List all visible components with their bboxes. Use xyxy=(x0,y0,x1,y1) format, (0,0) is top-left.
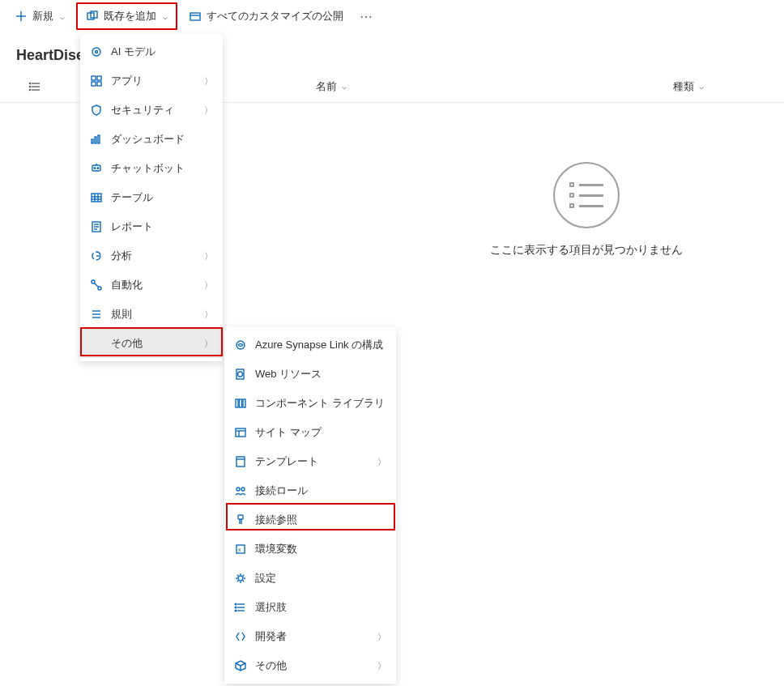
menu-item-app[interactable]: アプリ 〉 xyxy=(80,66,223,96)
menu-item-automation[interactable]: 自動化 〉 xyxy=(80,271,223,300)
submenu-item-env-var[interactable]: x 環境変数 xyxy=(224,535,396,564)
table-icon xyxy=(90,191,103,204)
chevron-down-icon: ⌵ xyxy=(60,12,65,21)
chevron-down-icon: ⌵ xyxy=(342,82,347,91)
svg-point-12 xyxy=(92,48,100,56)
svg-point-36 xyxy=(92,280,95,283)
list-icon xyxy=(28,80,41,93)
rule-icon xyxy=(90,308,103,321)
menu-item-label: サイト マップ xyxy=(255,425,322,440)
svg-point-63 xyxy=(235,603,236,605)
chevron-right-icon: 〉 xyxy=(377,660,386,672)
chevron-right-icon: 〉 xyxy=(204,338,213,350)
submenu-item-settings[interactable]: 設定 xyxy=(224,564,396,593)
empty-state-icon xyxy=(553,162,620,228)
add-existing-button[interactable]: 既存を追加 ⌵ xyxy=(76,2,177,30)
menu-item-label: AI モデル xyxy=(111,45,156,59)
column-header-name-label: 名前 xyxy=(316,79,337,94)
row-handle-col xyxy=(6,80,63,93)
publish-icon xyxy=(189,10,202,23)
menu-item-label: 開発者 xyxy=(255,629,287,644)
svg-point-64 xyxy=(235,607,236,608)
column-header-type[interactable]: 種類 ⌵ xyxy=(599,79,778,94)
submenu-item-webres[interactable]: Web リソース xyxy=(224,360,396,389)
add-existing-other-submenu: Azure Synapse Link の構成 Web リソース コンポーネント … xyxy=(224,327,396,684)
publish-label: すべてのカスタマイズの公開 xyxy=(207,9,343,23)
app-icon xyxy=(90,75,103,87)
automation-icon xyxy=(90,279,103,292)
svg-rect-46 xyxy=(243,399,245,407)
menu-item-ai-model[interactable]: AI モデル xyxy=(80,37,223,66)
template-icon xyxy=(234,455,247,468)
submenu-item-choice[interactable]: 選択肢 xyxy=(224,593,396,622)
menu-item-label: 接続参照 xyxy=(255,513,297,527)
svg-point-13 xyxy=(96,51,98,53)
menu-item-table[interactable]: テーブル xyxy=(80,183,223,212)
menu-item-other[interactable]: その他 〉 xyxy=(80,329,223,358)
ai-model-icon xyxy=(90,45,103,58)
submenu-item-synapse[interactable]: Azure Synapse Link の構成 xyxy=(224,330,396,360)
submenu-item-component[interactable]: コンポーネント ライブラリ xyxy=(224,389,396,418)
new-button[interactable]: 新規 ⌵ xyxy=(6,4,73,28)
column-header-type-label: 種類 xyxy=(673,79,694,94)
menu-item-label: テンプレート xyxy=(255,454,318,469)
menu-item-label: コンポーネント ライブラリ xyxy=(255,396,385,411)
choice-icon xyxy=(234,601,247,614)
publish-button[interactable]: すべてのカスタマイズの公開 xyxy=(181,4,352,28)
component-library-icon xyxy=(234,397,247,410)
svg-rect-44 xyxy=(236,399,238,407)
svg-point-37 xyxy=(98,287,101,290)
svg-point-65 xyxy=(235,610,236,611)
package-icon xyxy=(234,659,247,672)
connection-role-icon xyxy=(234,484,247,497)
chevron-right-icon: 〉 xyxy=(204,309,213,321)
menu-item-label: Azure Synapse Link の構成 xyxy=(255,338,383,352)
submenu-item-template[interactable]: テンプレート 〉 xyxy=(224,447,396,476)
chevron-right-icon: 〉 xyxy=(204,75,213,87)
chevron-right-icon: 〉 xyxy=(204,104,213,117)
svg-point-11 xyxy=(29,89,30,90)
more-commands-button[interactable]: ⋯ xyxy=(355,9,377,24)
menu-item-label: 環境変数 xyxy=(255,542,297,556)
svg-point-53 xyxy=(241,488,245,491)
svg-rect-19 xyxy=(95,137,96,143)
add-existing-icon xyxy=(86,10,99,23)
menu-item-label: 選択肢 xyxy=(255,600,287,615)
menu-item-report[interactable]: レポート xyxy=(80,212,223,241)
menu-item-label: 自動化 xyxy=(111,278,143,292)
menu-item-rule[interactable]: 規則 〉 xyxy=(80,300,223,329)
analysis-icon xyxy=(90,249,103,262)
chevron-right-icon: 〉 xyxy=(204,279,213,292)
svg-rect-17 xyxy=(97,82,101,86)
submenu-item-sitemap[interactable]: サイト マップ xyxy=(224,418,396,447)
svg-rect-14 xyxy=(92,76,96,80)
chevron-right-icon: 〉 xyxy=(377,631,386,643)
submenu-item-other[interactable]: その他 〉 xyxy=(224,651,396,680)
developer-icon xyxy=(234,630,247,643)
chatbot-icon xyxy=(90,162,103,175)
svg-point-52 xyxy=(236,488,240,491)
menu-item-dashboard[interactable]: ダッシュボード xyxy=(80,125,223,154)
submenu-item-connection-role[interactable]: 接続ロール xyxy=(224,476,396,505)
svg-point-43 xyxy=(238,372,243,377)
svg-rect-25 xyxy=(92,194,101,202)
menu-item-label: レポート xyxy=(111,219,153,234)
menu-item-analysis[interactable]: 分析 〉 xyxy=(80,241,223,271)
menu-item-security[interactable]: セキュリティ 〉 xyxy=(80,96,223,125)
add-existing-menu: AI モデル アプリ 〉 セキュリティ 〉 ダッシュボード チャットボット テー… xyxy=(80,34,223,361)
svg-rect-20 xyxy=(98,135,100,143)
submenu-item-developer[interactable]: 開発者 〉 xyxy=(224,622,396,651)
environment-variable-icon: x xyxy=(234,543,247,556)
svg-point-23 xyxy=(97,168,99,169)
submenu-item-connection-reference[interactable]: 接続参照 xyxy=(224,505,396,535)
command-bar: 新規 ⌵ 既存を追加 ⌵ すべてのカスタマイズの公開 ⋯ xyxy=(0,0,784,32)
svg-point-10 xyxy=(29,86,30,87)
menu-item-label: その他 xyxy=(255,658,287,673)
new-button-label: 新規 xyxy=(32,9,53,23)
svg-rect-50 xyxy=(236,457,245,467)
sitemap-icon xyxy=(234,426,247,439)
menu-item-chatbot[interactable]: チャットボット xyxy=(80,154,223,183)
add-existing-label: 既存を追加 xyxy=(104,9,156,23)
menu-item-label: セキュリティ xyxy=(111,103,174,117)
menu-item-label: その他 xyxy=(111,336,143,351)
